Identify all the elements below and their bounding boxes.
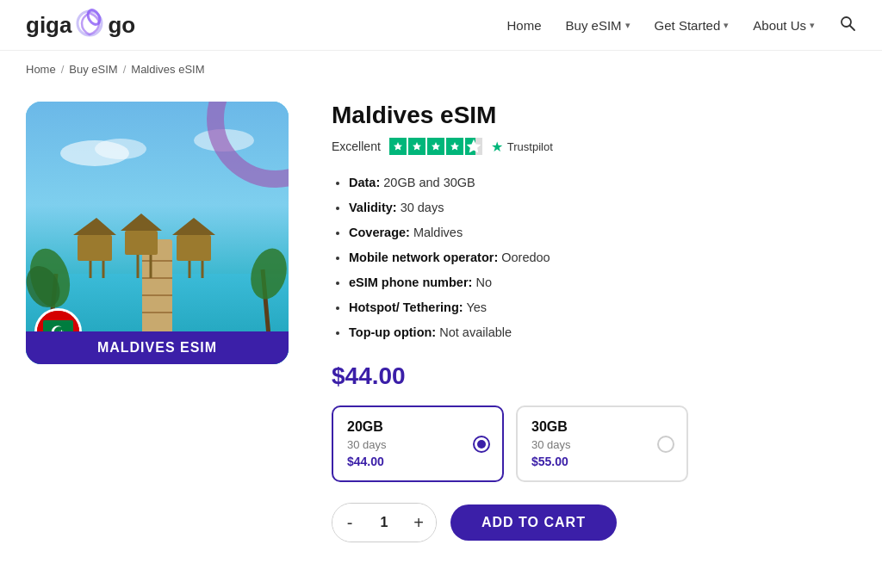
nav-home[interactable]: Home	[507, 18, 542, 33]
quantity-decrease-button[interactable]: -	[332, 504, 367, 542]
plan-20gb-name: 20GB	[347, 419, 488, 435]
plan-20gb[interactable]: 20GB 30 days $44.00	[332, 405, 504, 482]
star-rating	[389, 138, 482, 155]
svg-line-3	[850, 25, 855, 30]
star-3	[427, 138, 444, 155]
svg-marker-33	[413, 142, 421, 151]
quantity-increase-button[interactable]: +	[401, 504, 436, 542]
plan-30gb[interactable]: 30GB 30 days $55.00	[516, 405, 688, 482]
spec-operator: Mobile network operator: Ooredoo	[349, 245, 856, 270]
about-us-chevron-icon: ▾	[810, 20, 815, 31]
logo[interactable]: giga go	[26, 10, 135, 40]
spec-topup: Top-up option: Not available	[349, 320, 856, 345]
spec-coverage: Coverage: Maldives	[349, 220, 856, 245]
trustpilot-label: Trustpilot	[507, 140, 553, 153]
plan-20gb-radio	[473, 436, 490, 453]
spec-validity: Validity: 30 days	[349, 195, 856, 220]
star-4	[446, 138, 463, 155]
breadcrumb-current: Maldives eSIM	[131, 63, 204, 76]
plan-20gb-price: $44.00	[347, 455, 488, 468]
plan-30gb-days: 30 days	[531, 438, 673, 451]
breadcrumb-sep-2: /	[123, 63, 127, 76]
breadcrumb-buy-esim[interactable]: Buy eSIM	[69, 63, 117, 76]
get-started-chevron-icon: ▾	[724, 20, 729, 31]
plan-30gb-radio	[657, 436, 674, 453]
plan-selector: 20GB 30 days $44.00 30GB 30 days $55.00	[332, 405, 856, 482]
product-image-label: MALDIVES ESIM	[26, 331, 289, 364]
breadcrumb-home[interactable]: Home	[26, 63, 56, 76]
svg-rect-19	[177, 235, 211, 261]
product-image: ☪ MALDIVES ESIM	[26, 102, 289, 364]
logo-text-2: go	[108, 12, 135, 39]
trustpilot-row: Excellent ★ Trustpilot	[332, 138, 856, 155]
rating-label: Excellent	[332, 139, 381, 153]
quantity-value: 1	[367, 515, 401, 530]
quantity-control: - 1 +	[332, 503, 437, 542]
product-title: Maldives eSIM	[332, 102, 856, 129]
breadcrumb-sep-1: /	[61, 63, 65, 76]
nav-get-started[interactable]: Get Started ▾	[655, 18, 730, 33]
cart-controls: - 1 + ADD TO CART	[332, 503, 856, 542]
logo-icon	[75, 9, 104, 38]
main-nav: Home Buy eSIM ▾ Get Started ▾ About Us ▾	[507, 15, 856, 36]
trustpilot-star-icon: ★	[491, 139, 503, 155]
spec-phone-number: eSIM phone number: No	[349, 270, 856, 295]
logo-text: giga	[26, 12, 71, 39]
plan-30gb-price: $55.00	[531, 455, 673, 468]
svg-marker-36	[466, 139, 481, 153]
product-info: Maldives eSIM Excellent ★ Trustpilot Dat…	[332, 102, 856, 542]
spec-hotspot: Hotspot/ Tethering: Yes	[349, 295, 856, 320]
product-price: $44.00	[332, 362, 856, 390]
plan-30gb-name: 30GB	[531, 419, 673, 435]
star-2	[408, 138, 425, 155]
plan-20gb-days: 30 days	[347, 438, 488, 451]
search-icon	[839, 15, 856, 32]
svg-point-7	[95, 139, 146, 159]
main-content: ☪ MALDIVES ESIM Maldives eSIM Excellent …	[0, 88, 882, 577]
search-button[interactable]	[839, 15, 856, 36]
nav-about-us[interactable]: About Us ▾	[753, 18, 815, 33]
spec-data: Data: 20GB and 30GB	[349, 170, 856, 195]
add-to-cart-button[interactable]: ADD TO CART	[450, 504, 617, 541]
specs-list: Data: 20GB and 30GB Validity: 30 days Co…	[332, 170, 856, 345]
svg-marker-32	[394, 142, 402, 151]
svg-rect-15	[78, 235, 112, 261]
header: giga go Home Buy eSIM ▾ Get Started ▾ Ab…	[0, 0, 882, 51]
buy-esim-chevron-icon: ▾	[625, 20, 630, 31]
svg-marker-34	[432, 142, 440, 151]
svg-marker-35	[450, 142, 459, 151]
trustpilot-logo: ★ Trustpilot	[491, 139, 553, 155]
star-5-half	[465, 138, 482, 155]
nav-buy-esim[interactable]: Buy eSIM ▾	[566, 18, 630, 33]
breadcrumb: Home / Buy eSIM / Maldives eSIM	[0, 51, 882, 88]
svg-point-1	[86, 9, 102, 27]
star-1	[389, 138, 407, 155]
svg-rect-17	[125, 231, 158, 255]
